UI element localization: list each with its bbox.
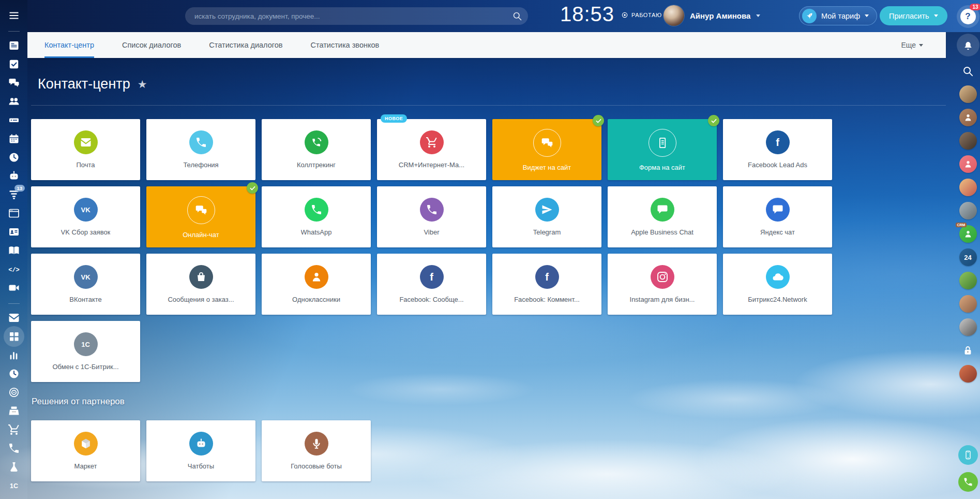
more-label: Еще	[901, 41, 916, 49]
chat-user-avatar[interactable]	[959, 155, 977, 173]
sidebar-item-1c[interactable]	[8, 479, 20, 492]
tile-voice-bots[interactable]: Голосовые боты	[262, 420, 371, 481]
mobile-app-button[interactable]	[958, 445, 978, 465]
sidebar-item-tasks[interactable]	[8, 58, 20, 70]
sidebar-item-online-store[interactable]	[8, 423, 20, 436]
tile-vk-forms[interactable]: VKVK Сбор заявок	[31, 186, 140, 247]
tariff-button[interactable]: Мой тариф	[799, 6, 877, 25]
sidebar-item-marketing[interactable]	[8, 461, 20, 473]
secret-chat-button[interactable]	[959, 342, 977, 359]
chat-group-avatar[interactable]	[959, 85, 977, 103]
user-menu[interactable]: Айнур Аминова	[664, 5, 760, 26]
sidebar-item-sites[interactable]	[8, 207, 20, 219]
sidebar-item-workgroups[interactable]	[8, 95, 20, 108]
tile-telephony[interactable]: Телефония	[146, 119, 255, 180]
sidebar-item-calendar[interactable]	[8, 133, 20, 145]
tile-vkontakte[interactable]: VKВКонтакте	[31, 254, 140, 315]
topbar: 18:53 РАБОТАЮ Айнур Аминова Мой тариф Пр…	[27, 0, 980, 32]
tile-order-messages[interactable]: Сообщения о заказ...	[146, 254, 255, 315]
bubble-icon	[766, 198, 790, 222]
search-input[interactable]	[185, 7, 528, 25]
bubbles-icon	[187, 196, 215, 224]
sidebar-item-webmail[interactable]	[8, 312, 20, 324]
tile-bitrix24-network[interactable]: Битрикс24.Network	[723, 254, 832, 315]
tile-mail[interactable]: Почта	[31, 119, 140, 180]
help-button[interactable]: ?13	[957, 5, 979, 28]
tab-3[interactable]: Статистика диалогов	[209, 32, 282, 58]
tile-telegram[interactable]: Telegram	[492, 186, 601, 247]
sidebar-item-company[interactable]	[8, 226, 20, 238]
chat-user-avatar[interactable]	[959, 179, 977, 196]
sidebar-item-developer[interactable]	[8, 263, 20, 275]
tab-1[interactable]: Контакт-центр	[44, 32, 94, 58]
more-tab[interactable]: Еще	[901, 32, 924, 58]
tile-market[interactable]: Маркет	[31, 420, 140, 481]
facebook-icon: f	[420, 265, 444, 289]
tile-label: Виджет на сайт	[523, 164, 571, 171]
tile-label: Коллтрекинг	[297, 161, 336, 169]
tile-label: Яндекс чат	[760, 228, 795, 236]
tile-viber[interactable]: Viber	[377, 186, 486, 247]
tabs-bar: Контакт-центрСписок диалоговСтатистика д…	[27, 32, 946, 58]
right-sidebar: ?13CRM24	[956, 0, 980, 499]
sidebar-item-knowledge-base[interactable]	[8, 244, 20, 257]
bubbles-icon	[533, 129, 561, 157]
chat-group-avatar[interactable]	[959, 202, 977, 219]
tile-odnoklassniki[interactable]: Одноклассники	[262, 254, 371, 315]
sidebar-item-crm[interactable]: 13	[8, 188, 20, 201]
tile-1c-exchange[interactable]: 1СОбмен с 1С-Битрик...	[31, 321, 140, 382]
tile-crm-internet-shop[interactable]: НОВОЕCRM+Интернет-Ма...	[377, 119, 486, 180]
tile-facebook-messages[interactable]: fFacebook: Сообще...	[377, 254, 486, 315]
sidebar-item-time[interactable]	[8, 151, 20, 164]
tile-facebook-lead-ads[interactable]: fFacebook Lead Ads	[723, 119, 832, 180]
chat-user-avatar[interactable]	[959, 295, 977, 313]
chat-user-avatar[interactable]	[959, 365, 977, 383]
sidebar-item-sales-center[interactable]	[8, 405, 20, 417]
tile-chatbots[interactable]: Чатботы	[146, 420, 255, 481]
glyph-label: f	[430, 271, 433, 283]
bitrix24-chat-avatar[interactable]: 24	[959, 248, 977, 266]
cube-icon	[74, 432, 98, 456]
tile-label: Форма на сайт	[639, 164, 685, 171]
sidebar-item-messenger[interactable]	[8, 77, 20, 89]
search-button[interactable]	[959, 62, 977, 80]
divider	[8, 303, 20, 304]
tab-2[interactable]: Список диалогов	[122, 32, 181, 58]
sidebar-item-menu[interactable]	[8, 9, 20, 22]
tile-site-form[interactable]: Форма на сайт	[608, 119, 717, 180]
invite-label: Пригласить	[889, 12, 929, 20]
tile-whatsapp[interactable]: WhatsApp	[262, 186, 371, 247]
sidebar-item-drive[interactable]	[8, 114, 20, 126]
crm-open-line-avatar[interactable]: CRM	[959, 225, 977, 243]
sidebar-item-ai-assistant[interactable]	[8, 170, 20, 182]
tab-4[interactable]: Статистика звонков	[311, 32, 380, 58]
sidebar-item-work-time[interactable]	[8, 368, 20, 380]
sidebar-item-telephony[interactable]	[8, 442, 20, 454]
tile-facebook-comments[interactable]: fFacebook: Коммент...	[492, 254, 601, 315]
tile-label: Одноклассники	[292, 296, 340, 303]
sidebar-item-video-calls[interactable]	[8, 282, 20, 294]
sidebar-item-crm-marketing[interactable]	[8, 386, 20, 399]
favorite-star-icon[interactable]: ★	[138, 78, 147, 91]
sidebar-item-analytics[interactable]	[8, 349, 20, 361]
tile-label: Онлайн-чат	[183, 231, 219, 239]
tile-apple-business-chat[interactable]: Apple Business Chat	[608, 186, 717, 247]
chat-user-avatar[interactable]	[959, 109, 977, 126]
chat-user-avatar[interactable]	[959, 272, 977, 289]
search-icon	[512, 11, 522, 21]
tile-site-widget[interactable]: Виджет на сайт	[492, 119, 601, 180]
tile-yandex-chat[interactable]: Яндекс чат	[723, 186, 832, 247]
chevron-down-icon	[919, 44, 923, 47]
avatar-label: 24	[964, 254, 971, 261]
chat-user-avatar[interactable]	[959, 132, 977, 150]
tile-online-chat[interactable]: Онлайн-чат	[146, 186, 255, 247]
sidebar-item-contact-center[interactable]	[8, 330, 20, 343]
sidebar-item-live-feed[interactable]	[8, 39, 20, 52]
notifications-button[interactable]	[957, 34, 979, 56]
tile-instagram-business[interactable]: Instagram для бизн...	[608, 254, 717, 315]
make-call-button[interactable]	[958, 472, 978, 492]
tile-calltracking[interactable]: Коллтрекинг	[262, 119, 371, 180]
work-status[interactable]: РАБОТАЮ	[621, 11, 662, 19]
chat-user-avatar[interactable]	[959, 318, 977, 336]
invite-button[interactable]: Пригласить	[880, 6, 947, 25]
